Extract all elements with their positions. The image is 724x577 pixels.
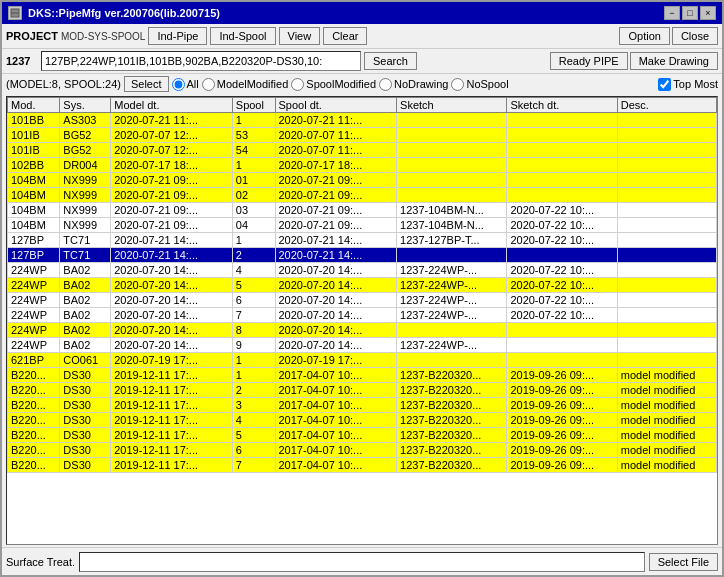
radio-no-spool-label: NoSpool [466,78,508,90]
table-cell: DS30 [60,368,111,383]
table-row[interactable]: B220...DS302019-12-11 17:...62017-04-07 … [8,443,717,458]
table-cell: 1237-104BM-N... [397,218,507,233]
search-button[interactable]: Search [364,52,417,70]
table-cell: BG52 [60,128,111,143]
table-row[interactable]: 224WPBA022020-07-20 14:...92020-07-20 14… [8,338,717,353]
mod-sys-spool-label: MOD-SYS-SPOOL [61,31,145,42]
radio-model-modified[interactable]: ModelModified [202,78,289,91]
table-cell: 2020-07-07 11:... [275,143,397,158]
minimize-button[interactable]: − [664,6,680,20]
table-row[interactable]: 127BPTC712020-07-21 14:...12020-07-21 14… [8,233,717,248]
table-cell: 224WP [8,278,60,293]
table-cell: 2020-07-20 14:... [111,323,233,338]
radio-no-drawing[interactable]: NoDrawing [379,78,448,91]
table-cell [397,173,507,188]
radio-model-modified-label: ModelModified [217,78,289,90]
table-cell [397,323,507,338]
table-cell: 2020-07-20 14:... [111,293,233,308]
search-input[interactable] [41,51,361,71]
table-row[interactable]: 104BMNX9992020-07-21 09:...012020-07-21 … [8,173,717,188]
table-cell: model modified [617,383,716,398]
table-cell: 1237-224WP-... [397,338,507,353]
table-row[interactable]: 224WPBA022020-07-20 14:...82020-07-20 14… [8,323,717,338]
clear-button[interactable]: Clear [323,27,367,45]
table-row[interactable]: 104BMNX9992020-07-21 09:...032020-07-21 … [8,203,717,218]
model-spool-label: (MODEL:8, SPOOL:24) [6,78,121,90]
select-button[interactable]: Select [124,76,169,92]
table-row[interactable]: 101IBBG522020-07-07 12:...532020-07-07 1… [8,128,717,143]
table-cell: 2020-07-07 12:... [111,143,233,158]
table-row[interactable]: 101BBAS3032020-07-21 11:...12020-07-21 1… [8,113,717,128]
table-cell [507,323,617,338]
table-row[interactable]: 127BPTC712020-07-21 14:...22020-07-21 14… [8,248,717,263]
table-cell: 2020-07-22 10:... [507,308,617,323]
table-cell: 2020-07-21 09:... [111,218,233,233]
radio-no-spool[interactable]: NoSpool [451,78,508,91]
table-row[interactable]: 224WPBA022020-07-20 14:...42020-07-20 14… [8,263,717,278]
table-cell: 2019-09-26 09:... [507,443,617,458]
table-header: Mod. Sys. Model dt. Spool Spool dt. Sket… [8,98,717,113]
table-cell: 1237-224WP-... [397,293,507,308]
table-row[interactable]: 102BBDR0042020-07-17 18:...12020-07-17 1… [8,158,717,173]
table-cell: 2020-07-22 10:... [507,218,617,233]
ready-pipe-button[interactable]: Ready PIPE [550,52,628,70]
table-cell: 2020-07-22 10:... [507,293,617,308]
select-file-button[interactable]: Select File [649,553,718,571]
radio-spool-modified[interactable]: SpoolModified [291,78,376,91]
col-model-dt: Model dt. [111,98,233,113]
make-drawing-button[interactable]: Make Drawing [630,52,718,70]
table-cell: 104BM [8,188,60,203]
table-cell: 224WP [8,338,60,353]
ind-spool-button[interactable]: Ind-Spool [210,27,275,45]
table-cell: 2019-12-11 17:... [111,428,233,443]
col-spool-dt: Spool dt. [275,98,397,113]
table-cell: 2019-12-11 17:... [111,458,233,473]
radio-all[interactable]: All [172,78,199,91]
table-cell: 01 [232,173,275,188]
table-row[interactable]: B220...DS302019-12-11 17:...32017-04-07 … [8,398,717,413]
table-cell: 127BP [8,248,60,263]
table-cell [617,293,716,308]
table-row[interactable]: B220...DS302019-12-11 17:...72017-04-07 … [8,458,717,473]
table-cell: 224WP [8,308,60,323]
table-cell [617,308,716,323]
table-row[interactable]: B220...DS302019-12-11 17:...22017-04-07 … [8,383,717,398]
table-cell: 9 [232,338,275,353]
data-table-container[interactable]: Mod. Sys. Model dt. Spool Spool dt. Sket… [6,96,718,545]
table-cell: 2020-07-20 14:... [111,278,233,293]
table-row[interactable]: B220...DS302019-12-11 17:...52017-04-07 … [8,428,717,443]
table-row[interactable]: 621BPCO0612020-07-19 17:...12020-07-19 1… [8,353,717,368]
close-button[interactable]: Close [672,27,718,45]
table-row[interactable]: 104BMNX9992020-07-21 09:...042020-07-21 … [8,218,717,233]
status-bar: Surface Treat. Select File [2,547,722,575]
maximize-button[interactable]: □ [682,6,698,20]
ind-pipe-button[interactable]: Ind-Pipe [148,27,207,45]
table-row[interactable]: 224WPBA022020-07-20 14:...52020-07-20 14… [8,278,717,293]
top-most-checkbox[interactable] [658,78,671,91]
table-cell: 7 [232,458,275,473]
table-cell: 101IB [8,128,60,143]
option-button[interactable]: Option [619,27,669,45]
table-cell [507,173,617,188]
table-row[interactable]: 101IBBG522020-07-07 12:...542020-07-07 1… [8,143,717,158]
table-row[interactable]: 224WPBA022020-07-20 14:...62020-07-20 14… [8,293,717,308]
table-cell: 2020-07-21 09:... [111,173,233,188]
table-row[interactable]: 104BMNX9992020-07-21 09:...022020-07-21 … [8,188,717,203]
table-cell: BA02 [60,293,111,308]
table-cell: 2020-07-21 14:... [111,248,233,263]
table-cell [617,323,716,338]
table-cell: 2019-09-26 09:... [507,368,617,383]
table-cell [397,353,507,368]
top-most-checkbox-label[interactable]: Top Most [658,78,718,91]
table-cell: BA02 [60,308,111,323]
table-cell: 1237-224WP-... [397,263,507,278]
table-cell: 1237-B220320... [397,413,507,428]
table-cell: model modified [617,413,716,428]
view-button[interactable]: View [279,27,321,45]
table-row[interactable]: B220...DS302019-12-11 17:...12017-04-07 … [8,368,717,383]
close-window-button[interactable]: × [700,6,716,20]
status-input[interactable] [79,552,645,572]
table-row[interactable]: 224WPBA022020-07-20 14:...72020-07-20 14… [8,308,717,323]
table-row[interactable]: B220...DS302019-12-11 17:...42017-04-07 … [8,413,717,428]
table-cell: 2019-09-26 09:... [507,383,617,398]
